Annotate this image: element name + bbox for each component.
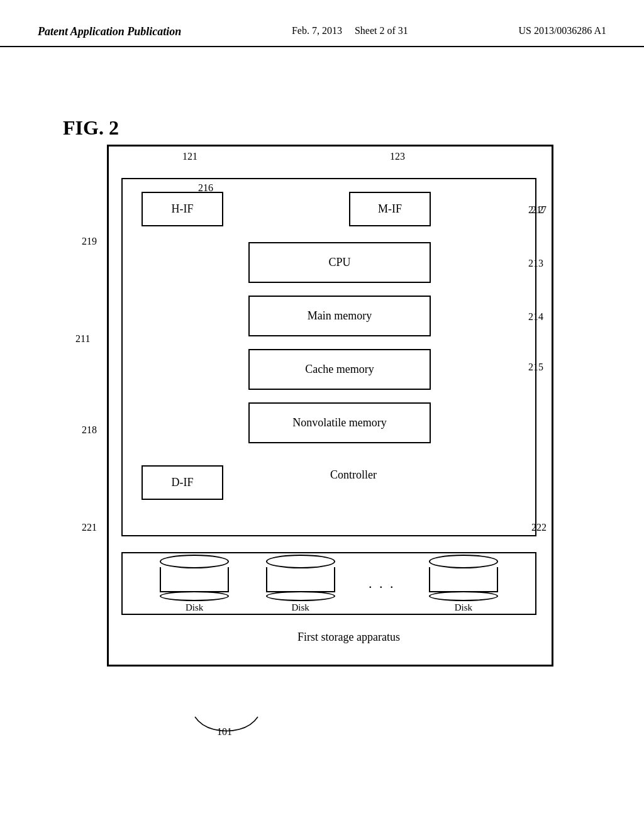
disk3-label: Disk [455, 602, 472, 613]
outer-storage-box: H-IF M-IF CPU Main memory Cache memory N… [107, 145, 553, 667]
publication-label: Patent Application Publication [38, 25, 181, 38]
ref-221: 221 [82, 522, 97, 533]
ref-216: 216 [198, 182, 213, 194]
ref-222: 222 [531, 522, 547, 533]
disk3-body [429, 567, 498, 592]
ref-123: 123 [390, 151, 405, 162]
ref-215: 215 [528, 362, 543, 373]
cpu-box: CPU [248, 242, 431, 283]
page-header: Patent Application Publication Feb. 7, 2… [0, 0, 644, 47]
ref-218: 218 [82, 424, 97, 436]
ref-211: 211 [75, 333, 90, 345]
disk2-body [266, 567, 335, 592]
main-memory-box: Main memory [248, 296, 431, 336]
hif-box: H-IF [142, 192, 223, 226]
cache-memory-label: Cache memory [305, 363, 374, 376]
ref-214: 214 [528, 311, 543, 323]
controller-box: H-IF M-IF CPU Main memory Cache memory N… [121, 178, 536, 536]
disk1-top [160, 555, 229, 568]
dif-box: D-IF [142, 465, 223, 500]
first-storage-label: First storage apparatus [297, 631, 400, 644]
disk-dots: . . . [369, 575, 396, 592]
nonvolatile-memory-box: Nonvolatile memory [248, 402, 431, 443]
disk2-top [266, 555, 335, 568]
cache-memory-box: Cache memory [248, 349, 431, 390]
disk-row: Disk Disk . . . Disk [121, 552, 536, 615]
nonvolatile-memory-label: Nonvolatile memory [292, 416, 386, 429]
disk1-bottom [160, 591, 229, 601]
disk1-label: Disk [186, 602, 203, 613]
cpu-label: CPU [328, 256, 350, 269]
ref-101: 101 [217, 726, 232, 738]
mif-box: M-IF [349, 192, 431, 226]
disk1-body [160, 567, 229, 592]
ref-219: 219 [82, 236, 97, 247]
hif-label: H-IF [172, 202, 194, 216]
diagram-area: FIG. 2 [0, 47, 644, 802]
disk2-bottom [266, 591, 335, 601]
ref-213: 213 [528, 258, 543, 269]
dif-label: D-IF [172, 476, 194, 489]
disk2: Disk [263, 555, 338, 613]
ref-121: 121 [182, 151, 197, 162]
date-sheet-label: Feb. 7, 2013 Sheet 2 of 31 [292, 25, 408, 36]
date-label: Feb. 7, 2013 [292, 25, 342, 36]
disk3-bottom [429, 591, 498, 601]
sheet-label: Sheet 2 of 31 [355, 25, 408, 36]
mif-label: M-IF [378, 202, 402, 216]
disk1: Disk [157, 555, 232, 613]
main-memory-label: Main memory [308, 309, 372, 323]
disk2-label: Disk [291, 602, 309, 613]
patent-number-label: US 2013/0036286 A1 [518, 25, 606, 36]
disk3: Disk [426, 555, 501, 613]
ref-212: 212 [528, 204, 543, 216]
controller-text-label: Controller [330, 468, 377, 482]
figure-label: FIG. 2 [63, 116, 119, 140]
disk3-top [429, 555, 498, 568]
